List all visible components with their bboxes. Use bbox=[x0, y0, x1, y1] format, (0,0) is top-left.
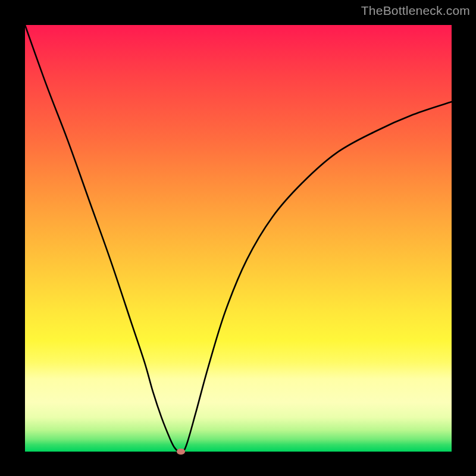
plot-area bbox=[25, 25, 452, 452]
bottleneck-curve bbox=[25, 25, 452, 452]
watermark-text: TheBottleneck.com bbox=[361, 4, 470, 18]
chart-stage: TheBottleneck.com bbox=[0, 0, 476, 476]
optimum-marker bbox=[177, 449, 185, 455]
